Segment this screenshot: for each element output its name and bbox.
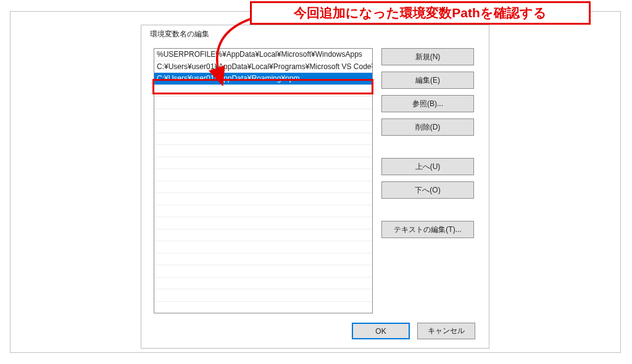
cancel-button[interactable]: キャンセル bbox=[417, 323, 475, 339]
path-list-row[interactable]: C:¥Users¥user01¥AppData¥Roaming¥npm bbox=[154, 73, 372, 85]
path-list-row[interactable] bbox=[154, 97, 372, 109]
path-list-row[interactable] bbox=[154, 278, 372, 290]
dialog-body: %USERPROFILE%¥AppData¥Local¥Microsoft¥Wi… bbox=[141, 43, 489, 321]
path-list-row[interactable] bbox=[154, 181, 372, 194]
path-list-row[interactable] bbox=[154, 205, 372, 218]
path-list-row[interactable] bbox=[154, 302, 372, 314]
browse-button[interactable]: 参照(B)... bbox=[381, 95, 474, 112]
path-list-row[interactable] bbox=[154, 85, 372, 97]
path-list-row[interactable] bbox=[154, 193, 372, 205]
path-list-row[interactable] bbox=[154, 169, 372, 181]
callout-text: 今回追加になった環境変数Pathを確認する bbox=[294, 4, 547, 22]
callout-annotation: 今回追加になった環境変数Pathを確認する bbox=[250, 1, 591, 25]
edit-text-button[interactable]: テキストの編集(T)... bbox=[381, 221, 474, 238]
edit-button[interactable]: 編集(E) bbox=[381, 72, 474, 89]
new-button[interactable]: 新規(N) bbox=[381, 48, 474, 65]
dialog-title: 環境変数名の編集 bbox=[141, 25, 489, 43]
edit-env-var-dialog: 環境変数名の編集 %USERPROFILE%¥AppData¥Local¥Mic… bbox=[141, 25, 489, 349]
path-list-row[interactable] bbox=[154, 217, 372, 230]
path-list-row[interactable] bbox=[154, 241, 372, 254]
path-list-row[interactable]: %USERPROFILE%¥AppData¥Local¥Microsoft¥Wi… bbox=[154, 49, 372, 61]
path-list-row[interactable] bbox=[154, 121, 372, 133]
delete-button[interactable]: 削除(D) bbox=[381, 118, 474, 136]
path-list-row[interactable] bbox=[154, 230, 372, 242]
path-list-row[interactable]: C:¥Users¥user01¥AppData¥Local¥Programs¥M… bbox=[154, 61, 372, 73]
path-list-row[interactable] bbox=[154, 109, 372, 122]
path-list-row[interactable] bbox=[154, 265, 372, 278]
move-down-button[interactable]: 下へ(O) bbox=[381, 181, 474, 199]
button-column: 新規(N) 編集(E) 参照(B)... 削除(D) 上へ(U) 下へ(O) テ… bbox=[381, 48, 474, 313]
path-list[interactable]: %USERPROFILE%¥AppData¥Local¥Microsoft¥Wi… bbox=[154, 48, 373, 313]
dialog-footer: OK キャンセル bbox=[352, 323, 475, 339]
path-list-row[interactable] bbox=[154, 157, 372, 170]
move-up-button[interactable]: 上へ(U) bbox=[381, 158, 474, 175]
ok-button[interactable]: OK bbox=[352, 323, 410, 339]
path-list-row[interactable] bbox=[154, 254, 372, 266]
path-list-row[interactable] bbox=[154, 133, 372, 146]
path-list-row[interactable] bbox=[154, 145, 372, 157]
path-list-row[interactable] bbox=[154, 289, 372, 302]
